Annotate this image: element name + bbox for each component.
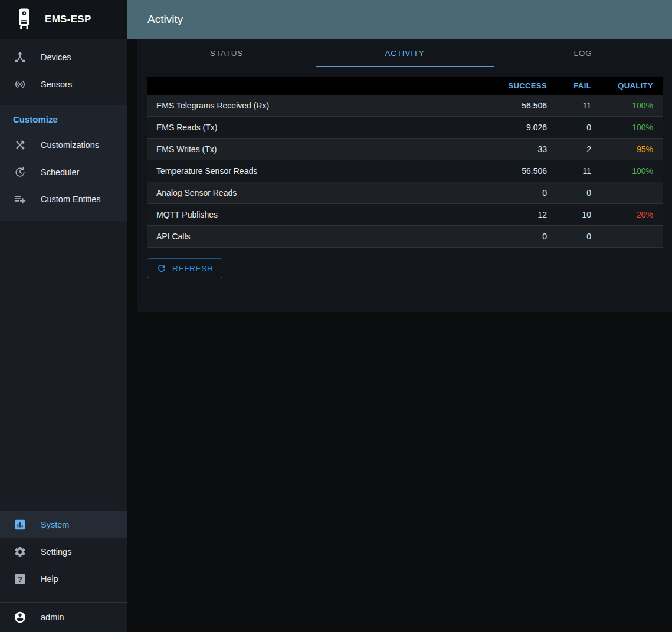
activity-table: SUCCESS FAIL QUALITY EMS Telegrams Recei… [147,77,663,248]
sidebar-item-custom-entities[interactable]: Custom Entities [0,186,127,213]
ems-esp-logo-icon [15,7,33,32]
customize-section-title: Customize [0,105,127,131]
cell-quality: 100% [601,95,663,117]
cell-fail: 11 [556,160,601,182]
sidebar-user[interactable]: admin [0,603,127,632]
cell-fail: 0 [556,117,601,139]
assessment-icon [13,518,27,532]
cell-name: EMS Writes (Tx) [147,139,486,160]
table-row: API Calls 0 0 [147,226,663,248]
cell-fail: 2 [556,139,601,160]
cell-success: 0 [486,182,556,204]
cell-fail: 11 [556,95,601,117]
cell-quality: 100% [601,117,663,139]
refresh-button[interactable]: REFRESH [147,258,222,278]
sidebar-item-scheduler[interactable]: Scheduler [0,159,127,186]
cell-quality: 100% [601,160,663,182]
refresh-button-label: REFRESH [172,264,213,273]
tab-log[interactable]: LOG [494,39,672,67]
app-title: EMS-ESP [45,14,91,25]
sidebar-item-customizations[interactable]: Customizations [0,131,127,159]
cell-fail: 0 [556,182,601,204]
col-header-fail: FAIL [556,77,601,95]
table-row: EMS Telegrams Received (Rx) 56.506 11 10… [147,95,663,117]
sidebar: EMS-ESP Devices Sensors Customize [0,0,127,632]
scheduler-clock-icon [13,165,27,179]
sidebar-item-label: Sensors [41,80,72,89]
table-header-row: SUCCESS FAIL QUALITY [147,77,663,95]
table-row: EMS Writes (Tx) 33 2 95% [147,139,663,160]
cell-quality [601,182,663,204]
user-name: admin [41,613,64,622]
appbar: Activity [127,0,672,39]
gear-icon [13,545,27,559]
customize-section: Customize Customizations Scheduler [0,105,127,221]
activity-table-wrap: SUCCESS FAIL QUALITY EMS Telegrams Recei… [147,77,663,248]
tab-bar: STATUS ACTIVITY LOG [137,39,672,67]
cell-fail: 10 [556,204,601,226]
cell-quality [601,226,663,248]
sidebar-item-devices[interactable]: Devices [0,44,127,71]
sidebar-item-label: System [41,520,69,529]
cell-quality: 95% [601,139,663,160]
cell-success: 12 [486,204,556,226]
sidebar-item-label: Devices [41,52,71,62]
main-area: Activity STATUS ACTIVITY LOG SUCCESS FAI… [127,0,672,632]
main-content: STATUS ACTIVITY LOG SUCCESS FAIL QUALITY [127,39,672,632]
page-title: Activity [147,13,183,26]
account-circle-icon [13,610,27,624]
table-row: EMS Reads (Tx) 9.026 0 100% [147,117,663,139]
col-header-success: SUCCESS [486,77,556,95]
col-header-name [147,77,486,95]
cell-success: 9.026 [486,117,556,139]
sidebar-item-sensors[interactable]: Sensors [0,71,127,98]
tab-activity[interactable]: ACTIVITY [316,39,494,67]
cell-fail: 0 [556,226,601,248]
table-row: Temperature Sensor Reads 56.506 11 100% [147,160,663,182]
sidebar-item-label: Customizations [41,140,99,150]
cell-success: 0 [486,226,556,248]
cell-quality: 20% [601,204,663,226]
sidebar-spacer [0,221,127,511]
content-card: STATUS ACTIVITY LOG SUCCESS FAIL QUALITY [137,39,672,312]
col-header-quality: QUALITY [601,77,663,95]
construction-icon [13,138,27,152]
svg-text:?: ? [18,575,22,584]
playlist-add-icon [13,192,27,206]
cell-success: 33 [486,139,556,160]
cell-name: MQTT Publishes [147,204,486,226]
sidebar-header: EMS-ESP [0,0,127,39]
cell-name: Temperature Sensor Reads [147,160,486,182]
cell-name: EMS Reads (Tx) [147,117,486,139]
devices-icon [13,50,27,64]
sensors-icon [13,77,27,91]
sidebar-item-label: Help [41,574,58,584]
help-icon: ? [13,572,27,586]
table-row: MQTT Publishes 12 10 20% [147,204,663,226]
table-row: Analog Sensor Reads 0 0 [147,182,663,204]
tab-status[interactable]: STATUS [137,39,316,67]
cell-name: API Calls [147,226,486,248]
refresh-icon [156,263,167,274]
sidebar-item-help[interactable]: ? Help [0,565,127,592]
sidebar-item-system[interactable]: System [0,511,127,538]
cell-name: EMS Telegrams Received (Rx) [147,95,486,117]
sidebar-item-label: Custom Entities [41,195,101,204]
sidebar-item-settings[interactable]: Settings [0,538,127,565]
sidebar-item-label: Scheduler [41,167,79,177]
cell-success: 56.506 [486,160,556,182]
cell-name: Analog Sensor Reads [147,182,486,204]
sidebar-item-label: Settings [41,547,71,557]
cell-success: 56.506 [486,95,556,117]
